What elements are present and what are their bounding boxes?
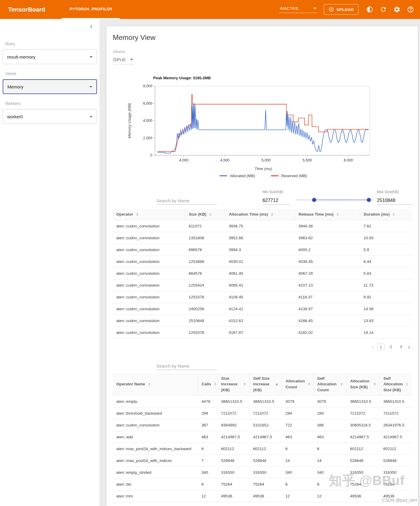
operator-cell: aten::cudnn_convolution — [113, 220, 185, 232]
column-header[interactable]: Release Time (ms) — [295, 209, 360, 220]
header-controls: INACTIVE UPLOAD — [279, 4, 416, 15]
value-cell: 3952.68 — [225, 232, 295, 244]
sort-carets-icon — [308, 383, 310, 386]
column-header[interactable]: Self Size Increase (KB) — [250, 373, 282, 396]
table-header-row: Operator NameCallsSize Increase (KB)Self… — [113, 373, 412, 396]
tab-pytorch-profiler[interactable]: PYTORCH_PROFILER — [62, 0, 120, 19]
value-cell: 1536 — [380, 502, 412, 506]
column-header[interactable]: Self Allocation Count — [314, 373, 346, 396]
help-button[interactable] — [405, 4, 416, 15]
value-cell: 526848 — [380, 455, 412, 467]
operator-cell: aten::cudnn_convolution — [113, 232, 185, 244]
value-cell: 463 — [198, 431, 217, 443]
workers-select[interactable]: worker0 — [3, 109, 97, 124]
column-header[interactable]: Duration (ms) — [360, 209, 412, 220]
value-cell: 367 — [198, 419, 217, 431]
column-header[interactable]: Self Allocation Size (KB) — [380, 373, 412, 396]
value-cell: 1253376 — [185, 326, 225, 338]
value-cell: 9.92 — [360, 291, 412, 303]
svg-text:5,000: 5,000 — [261, 158, 271, 162]
value-cell: 12 — [282, 490, 314, 502]
max-size-input[interactable] — [377, 197, 412, 205]
pagination-page-1[interactable]: 1 — [377, 343, 385, 350]
value-cell: 1253376 — [185, 291, 225, 303]
tensorboard-logo: TensorBoard — [8, 6, 45, 13]
theme-toggle-button[interactable] — [364, 4, 376, 15]
operator-cell: aten::add — [113, 431, 198, 443]
search-by-name-input[interactable] — [156, 197, 217, 205]
column-header[interactable]: Calls — [198, 373, 217, 396]
column-header[interactable]: Size Increase (KB) — [217, 373, 249, 396]
svg-text:5,500: 5,500 — [303, 158, 312, 162]
svg-text:6,000: 6,000 — [344, 158, 353, 162]
size-range-slider[interactable] — [295, 195, 374, 203]
value-cell: 36651310.5 — [380, 396, 412, 408]
svg-text:4,000: 4,000 — [143, 119, 152, 123]
sidebar: Runs result-memory Views Memory Workers … — [0, 19, 100, 506]
value-cell: 4061.45 — [225, 267, 295, 279]
value-cell: 4038.45 — [295, 256, 360, 267]
slider-handle-min[interactable] — [312, 198, 316, 202]
search-by-name-input-2[interactable] — [156, 362, 217, 370]
value-cell: 7211072 — [380, 408, 412, 419]
column-label: Self Size Increase (KB) — [253, 376, 273, 393]
value-cell: 6 — [282, 478, 314, 490]
table-row: aten::mm12495364953612124953649536 — [113, 490, 412, 502]
value-cell: 1536 — [346, 502, 379, 506]
pagination-page-3[interactable]: 3 — [398, 343, 405, 350]
svg-text:Memory Usage (MB): Memory Usage (MB) — [127, 103, 132, 138]
value-cell: 12 — [314, 490, 346, 502]
table-row: aten::cudnn_convolution13518083952.68396… — [113, 232, 412, 244]
runs-label: Runs — [5, 41, 94, 46]
column-header[interactable]: Size (KB) — [185, 209, 225, 220]
refresh-button[interactable] — [377, 4, 389, 15]
table-row: aten::cudnn_convolution25108484152.62416… — [113, 315, 412, 326]
operator-cell: aten::threshold_backward — [113, 408, 198, 419]
value-cell: 1351808 — [185, 232, 225, 244]
views-select[interactable]: Memory — [3, 79, 97, 94]
value-cell: 4478 — [198, 396, 217, 408]
column-header[interactable]: Allocation Size (KB) — [346, 373, 379, 396]
help-icon — [407, 6, 414, 13]
column-header[interactable]: Allocation Time (ms) — [225, 209, 295, 220]
value-cell: 7211072 — [346, 408, 379, 419]
table-row: aten::cudnn_convolution12538884030.01403… — [113, 256, 412, 267]
upload-button[interactable]: UPLOAD — [324, 4, 358, 15]
value-cell: 75264 — [217, 478, 249, 490]
sort-carets-icon — [214, 383, 217, 386]
column-label: Size (KB) — [189, 211, 206, 217]
device-select[interactable]: GPU0 — [113, 56, 134, 64]
memory-chart-svg: 02,0004,0006,0008,0004,0004,5005,0005,50… — [126, 83, 371, 166]
value-cell: 1536 — [250, 502, 282, 506]
operator-cell: aten::empty_strided — [113, 467, 198, 478]
collapse-sidebar-button[interactable] — [88, 24, 94, 30]
value-cell: 602112 — [217, 443, 249, 455]
value-cell: 36651310.5 — [217, 396, 249, 408]
min-size-input[interactable] — [262, 197, 290, 205]
table-row: aten::cudnn_convolution6645764061.454067… — [113, 267, 412, 279]
workers-section: Workers worker0 — [0, 101, 100, 124]
pagination-next[interactable]: › — [408, 344, 411, 350]
column-header[interactable]: Operator Name — [113, 373, 198, 396]
run-status-select[interactable]: INACTIVE — [279, 6, 317, 13]
legend-allocated: Allocated (MB) — [219, 174, 255, 178]
operator-cell: aten::max_pool2d_with_indices_backward — [113, 443, 198, 455]
slider-handle-max[interactable] — [367, 198, 371, 202]
column-label: Self Allocation Size (KB) — [383, 376, 403, 393]
sort-carets-icon — [209, 213, 211, 216]
runs-select[interactable]: result-memory — [3, 49, 97, 64]
sort-carets-icon — [276, 383, 278, 386]
legend-swatch-reserved — [271, 175, 279, 176]
value-cell: 3079 — [282, 396, 314, 408]
pagination-page-2[interactable]: 2 — [387, 343, 395, 350]
column-header[interactable]: Operator — [113, 209, 185, 220]
value-cell: 6 — [198, 478, 217, 490]
value-cell: 2400256 — [185, 303, 225, 315]
value-cell: 1253888 — [185, 256, 225, 267]
legend-swatch-allocated — [219, 175, 227, 176]
settings-button[interactable] — [391, 4, 403, 15]
workers-label: Workers — [5, 101, 94, 106]
pagination-prev[interactable]: ‹ — [371, 344, 374, 350]
column-header[interactable]: Allocation Count — [282, 373, 314, 396]
value-cell: 4107.13 — [295, 279, 360, 291]
